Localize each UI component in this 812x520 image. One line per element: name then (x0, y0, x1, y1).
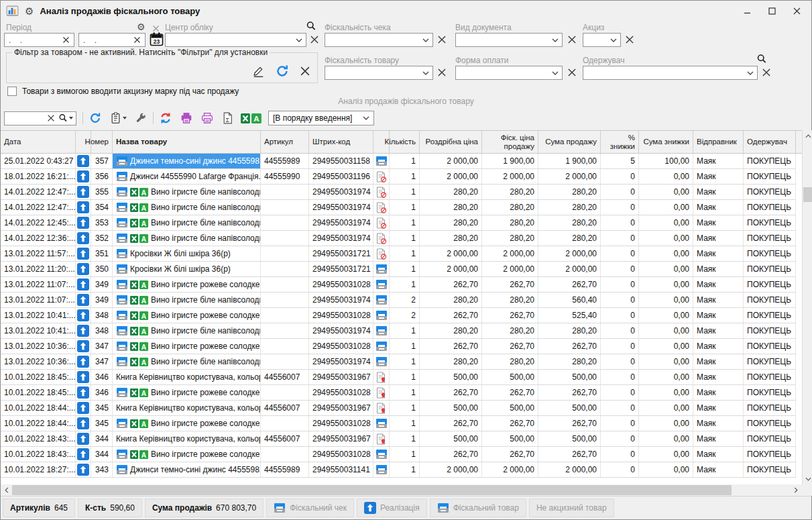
cell-product-name[interactable]: AВино ігристе біле напівсолодк... (113, 354, 261, 369)
report-sigma-icon[interactable]: Σ (222, 112, 233, 124)
doc-type-clear-icon[interactable] (567, 35, 577, 44)
excise-combo[interactable] (583, 33, 621, 47)
fiscal-goods-combo[interactable] (325, 66, 433, 80)
cell-product-name[interactable]: AВино ігристе біле напівсолодк... (113, 185, 261, 199)
period-gear-icon[interactable]: ⚙ (137, 22, 146, 32)
print-icon[interactable] (180, 112, 192, 124)
cell-product-name[interactable]: Кросівки Ж білі шкіра 36(р) (113, 246, 261, 261)
cell-product-name[interactable]: AВино ігристе рожеве солодке ... (113, 385, 261, 400)
table-row[interactable]: 13.01.2022 11:07:...349AВино ігристе рож… (1, 277, 796, 293)
horizontal-scrollbar[interactable] (1, 484, 812, 496)
cell-product-name[interactable]: Джинси темно-сині джинс 4455598... (113, 154, 261, 168)
wrench-icon[interactable] (135, 112, 147, 124)
scroll-up-icon[interactable] (803, 130, 812, 142)
table-row[interactable]: 10.01.2022 18:45:...346Книга Керівництво… (1, 370, 796, 385)
date-from-clear-icon[interactable] (62, 36, 70, 44)
fiscal-goods-clear-icon[interactable] (437, 68, 447, 77)
column-header-кількість[interactable]: Кількість (390, 131, 420, 153)
payment-form-clear-icon[interactable] (567, 68, 577, 77)
refresh-icon[interactable] (89, 112, 101, 124)
table-row[interactable]: 14.01.2022 12:45:...353AВино ігристе біл… (1, 215, 796, 231)
center-combo[interactable] (165, 33, 306, 47)
table-row[interactable]: 10.01.2022 18:43:...344Книга Керівництво… (1, 431, 796, 447)
column-header-одержувач[interactable]: Одержувач (744, 131, 796, 153)
cell-product-name[interactable]: AВино ігристе рожеве солодке ... (113, 277, 261, 292)
center-clear-icon[interactable] (310, 35, 319, 44)
settings-gear-icon[interactable]: ⚙ (25, 6, 34, 16)
refresh-filter-icon[interactable] (276, 64, 289, 78)
cell-product-name[interactable]: AВино ігристе рожеве солодке ... (113, 308, 261, 323)
sort-order-select[interactable]: [В порядку введення] (268, 111, 374, 125)
excel-export-icon[interactable]: A (241, 113, 262, 124)
cell-product-name[interactable]: AВино ігристе біле напівсолодк... (113, 231, 261, 246)
doc-type-combo[interactable] (455, 33, 563, 47)
cell-product-name[interactable]: Книга Керівництво користувача, кольор... (113, 370, 261, 384)
refresh-data-icon[interactable] (160, 112, 172, 124)
table-row[interactable]: 13.01.2022 10:41:...348AВино ігристе рож… (1, 308, 796, 323)
table-row[interactable]: 25.01.2022 0:43:27357Джинси темно-сині д… (1, 154, 796, 169)
cell-product-name[interactable]: Книга Керівництво користувача, кольор... (113, 401, 261, 415)
table-row[interactable]: 13.01.2022 10:41:...348AВино ігристе біл… (1, 323, 796, 339)
search-clear-icon[interactable] (47, 114, 55, 122)
vertical-scrollbar-thumb[interactable] (803, 187, 812, 202)
table-row[interactable]: 18.01.2022 16:21:...356Джинси 44555990 L… (1, 169, 796, 185)
table-row[interactable]: 10.01.2022 18:43:...344AВино ігристе рож… (1, 447, 796, 462)
search-input[interactable] (4, 111, 76, 125)
cell-product-name[interactable]: AВино ігристе біле напівсолодк... (113, 293, 261, 307)
column-header-фіск-ціна-продажу[interactable]: Фіск. ціна продажу (482, 131, 538, 153)
print-copies-icon[interactable] (201, 112, 213, 124)
scroll-down-icon[interactable] (803, 473, 812, 484)
center-search-icon[interactable] (306, 21, 316, 32)
excise-clear-icon[interactable] (625, 35, 634, 44)
table-row[interactable]: 14.01.2022 12:36:...352AВино ігристе біл… (1, 231, 796, 246)
table-row[interactable]: 13.01.2022 11:07:...349AВино ігристе біл… (1, 293, 796, 308)
scroll-left-icon[interactable] (1, 484, 12, 496)
receiver-clear-icon[interactable] (762, 68, 771, 77)
horizontal-scrollbar-thumb[interactable] (12, 485, 732, 495)
table-row[interactable]: 10.01.2022 18:44:...345Книга Керівництво… (1, 401, 796, 416)
column-header-сума-знижки[interactable]: Сума знижки (639, 131, 693, 153)
cell-product-name[interactable]: Джинси 44555990 Lafarge Франція... (113, 169, 261, 184)
table-row[interactable]: 14.01.2022 12:47:...355AВино ігристе біл… (1, 185, 796, 200)
cell-product-name[interactable]: AВино ігристе рожеве солодке ... (113, 339, 261, 354)
table-row[interactable]: 10.01.2022 18:27:...343Джинси темно-сині… (1, 462, 796, 478)
excise-mark-checkbox[interactable] (7, 87, 17, 96)
column-header-дата[interactable]: Дата (1, 131, 76, 153)
fiscal-check-combo[interactable] (325, 33, 433, 47)
date-to-input[interactable]: . . (78, 33, 146, 47)
clipboard-menu-icon[interactable] (110, 112, 127, 124)
column-header-відправник[interactable]: Відправник (693, 131, 744, 153)
cell-product-name[interactable]: Кросівки Ж білі шкіра 36(р) (113, 262, 261, 276)
table-row[interactable]: 10.01.2022 18:45:...346AВино ігристе рож… (1, 385, 796, 401)
column-header-сума-продажу[interactable]: Сума продажу (538, 131, 601, 153)
table-row[interactable]: 14.01.2022 12:47:...354AВино ігристе біл… (1, 200, 796, 215)
edit-filter-pencil-icon[interactable] (252, 65, 265, 78)
cell-product-name[interactable]: AВино ігристе рожеве солодке ... (113, 447, 261, 462)
close-button[interactable] (785, 1, 809, 21)
scroll-right-icon[interactable] (790, 484, 801, 496)
fiscal-check-clear-icon[interactable] (437, 35, 447, 44)
date-from-input[interactable]: . . (4, 33, 74, 47)
table-row[interactable]: 13.01.2022 10:36:...347AВино ігристе біл… (1, 354, 796, 370)
cell-product-name[interactable]: AВино ігристе біле напівсолодк... (113, 323, 261, 338)
calendar-icon[interactable]: 23 (149, 32, 164, 47)
cell-product-name[interactable]: Книга Керівництво користувача, кольор... (113, 431, 261, 446)
cell-product-name[interactable]: AВино ігристе біле напівсолодк... (113, 215, 261, 230)
table-row[interactable]: 13.01.2022 11:57:...351Кросівки Ж білі ш… (1, 246, 796, 262)
table-row[interactable]: 13.01.2022 10:36:...347AВино ігристе рож… (1, 339, 796, 354)
cell-product-name[interactable]: AВино ігристе рожеве солодке ... (113, 416, 261, 431)
cell-product-name[interactable]: Джинси темно-сині джинс 4455598... (113, 462, 261, 477)
column-header-назва-товару[interactable]: Назва товару (113, 131, 261, 153)
vertical-scrollbar[interactable] (802, 130, 812, 484)
column-header-роздрібна-ціна[interactable]: Роздрібна ціна (420, 131, 482, 153)
minimize-button[interactable] (735, 1, 760, 21)
column-header-номер[interactable]: Номер (91, 131, 113, 153)
search-icon[interactable] (58, 113, 73, 123)
cell-product-name[interactable]: AВино ігристе біле напівсолодк... (113, 200, 261, 215)
receiver-search-icon[interactable] (756, 54, 767, 64)
column-header--знижки[interactable]: % знижки (601, 131, 639, 153)
column-header-артикул[interactable]: Артикул (261, 131, 309, 153)
payment-form-combo[interactable] (455, 66, 563, 80)
date-to-clear-icon[interactable] (133, 36, 141, 44)
table-row[interactable]: 13.01.2022 11:20:...350Кросівки Ж білі ш… (1, 262, 796, 277)
